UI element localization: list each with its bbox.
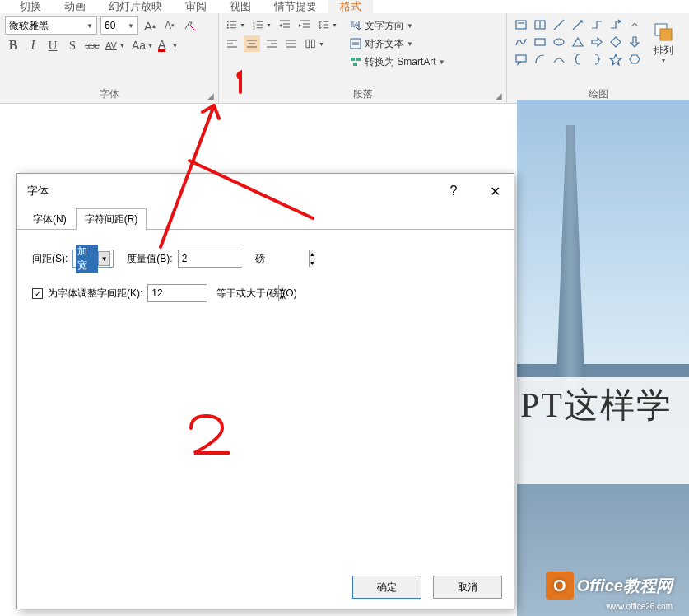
tab-view[interactable]: 视图	[218, 0, 263, 14]
shape-arrow-icon[interactable]	[569, 16, 587, 33]
shape-ellipse-icon[interactable]	[550, 34, 568, 50]
align-left-button[interactable]	[224, 35, 240, 52]
shape-curve-icon[interactable]	[550, 51, 568, 68]
dialog-tab-font[interactable]: 字体(N)	[24, 208, 76, 230]
logo-text: Office教程网	[577, 575, 673, 597]
chevron-down-icon: ▼	[98, 251, 110, 266]
kerning-tail-label: 等于或大于(磅)(O)	[216, 287, 296, 301]
italic-button[interactable]: I	[25, 37, 41, 54]
tab-format[interactable]: 格式	[328, 0, 373, 14]
chevron-down-icon: ▼	[119, 43, 125, 49]
font-color-button[interactable]: A▼	[156, 37, 179, 54]
shape-line-icon[interactable]	[550, 16, 568, 33]
underline-button[interactable]: U	[44, 37, 61, 54]
dialog-title: 字体	[27, 184, 49, 198]
text-shadow-button[interactable]: S	[64, 37, 81, 54]
svg-point-0	[227, 21, 229, 22]
kerning-label: 为字体调整字间距(K):	[48, 287, 142, 301]
shape-hexagon-icon[interactable]	[626, 51, 644, 68]
shape-freeform-icon[interactable]	[512, 34, 530, 50]
arrange-button[interactable]: 排列 ▼	[649, 16, 678, 68]
bold-button[interactable]: B	[5, 37, 21, 54]
decrease-font-button[interactable]: A▾	[161, 17, 178, 34]
metric-spinner[interactable]: ▲▼	[178, 250, 242, 268]
align-text-button[interactable]: 对齐文本▼	[346, 35, 449, 53]
shapes-scroll-up[interactable]	[626, 16, 644, 33]
tab-review[interactable]: 审阅	[174, 0, 218, 14]
kerning-spinner[interactable]: ▲▼	[147, 284, 207, 302]
font-size-select[interactable]: 60 ▼	[100, 16, 138, 35]
shape-star-icon[interactable]	[607, 51, 625, 68]
svg-rect-48	[535, 39, 545, 45]
ok-button[interactable]: 确定	[352, 576, 421, 599]
svg-rect-39	[351, 58, 355, 61]
svg-point-49	[554, 39, 564, 45]
ribbon: 微软雅黑 ▼ 60 ▼ A▴ A▾ B I U S abc AV▼ Aa▼ A▼	[0, 13, 689, 104]
shape-callout-icon[interactable]	[512, 51, 530, 68]
paragraph-dialog-launcher[interactable]: ◢	[493, 90, 505, 101]
shape-textbox-v-icon[interactable]	[531, 16, 549, 33]
spacing-select[interactable]: 加宽 ▼	[72, 250, 114, 268]
title-band: PT这样学 单击此处添	[517, 377, 689, 484]
spinner-down-icon[interactable]: ▼	[310, 259, 315, 268]
chevron-down-icon: ▼	[661, 58, 667, 63]
metric-label: 度量值(B):	[127, 252, 172, 266]
shape-rbrace-icon[interactable]	[588, 51, 606, 68]
shape-diamond-icon[interactable]	[607, 34, 625, 50]
clear-format-button[interactable]	[181, 17, 198, 34]
justify-button[interactable]	[283, 35, 300, 52]
building-graphic	[550, 125, 591, 389]
char-spacing-button[interactable]: AV▼	[104, 37, 127, 54]
shape-textbox-icon[interactable]	[512, 16, 530, 33]
numbering-button[interactable]: 123▼	[250, 16, 273, 33]
shape-arc-icon[interactable]	[531, 51, 549, 68]
dialog-titlebar: 字体 ? ✕	[17, 174, 514, 208]
chevron-down-icon: ▼	[128, 22, 134, 30]
paragraph-group: ▼ 123▼ ▼ ▼ llA 文字方向▼	[219, 13, 507, 103]
font-name-value: 微软雅黑	[9, 19, 49, 33]
close-button[interactable]: ✕	[482, 184, 507, 199]
cancel-button[interactable]: 取消	[433, 576, 502, 599]
help-button[interactable]: ?	[441, 184, 466, 199]
slide-title[interactable]: PT这样学	[520, 382, 673, 428]
paragraph-group-label: 段落	[224, 85, 501, 101]
spacing-label: 间距(S):	[32, 252, 68, 266]
spacing-value: 加宽	[76, 245, 98, 273]
increase-font-button[interactable]: A▴	[142, 17, 158, 34]
dialog-tab-spacing[interactable]: 字符间距(R)	[76, 208, 147, 230]
columns-button[interactable]: ▼	[303, 35, 326, 52]
svg-rect-41	[353, 63, 357, 66]
kerning-checkbox[interactable]: ✓	[32, 288, 43, 299]
shape-double-arrow-icon[interactable]	[607, 16, 625, 33]
shape-connector-icon[interactable]	[588, 16, 606, 33]
strikethrough-button[interactable]: abc	[84, 37, 100, 54]
align-center-button[interactable]	[244, 35, 260, 52]
svg-rect-36	[351, 39, 361, 49]
tab-slideshow[interactable]: 幻灯片放映	[97, 0, 174, 14]
shape-arrow-down-icon[interactable]	[626, 34, 644, 50]
spinner-up-icon[interactable]: ▲	[310, 250, 315, 259]
font-name-select[interactable]: 微软雅黑 ▼	[5, 16, 97, 35]
tab-animation[interactable]: 动画	[53, 0, 97, 14]
align-right-button[interactable]	[263, 35, 280, 52]
bullets-button[interactable]: ▼	[224, 16, 247, 33]
font-dialog-launcher[interactable]: ◢	[205, 90, 216, 101]
watermark-logo: O Office教程网 www.office26.com	[546, 572, 673, 600]
shapes-gallery[interactable]	[512, 16, 644, 68]
line-spacing-button[interactable]: ▼	[316, 16, 339, 33]
logo-badge: O	[546, 572, 574, 600]
shape-triangle-icon[interactable]	[569, 34, 587, 50]
convert-smartart-button[interactable]: 转换为 SmartArt▼	[346, 53, 449, 71]
change-case-button[interactable]: Aa▼	[130, 37, 153, 54]
text-direction-button[interactable]: llA 文字方向▼	[346, 16, 449, 35]
tab-transition[interactable]: 切换	[8, 0, 53, 14]
shape-lbrace-icon[interactable]	[569, 51, 587, 68]
decrease-indent-button[interactable]	[277, 16, 293, 33]
shape-rect-icon[interactable]	[531, 34, 549, 50]
increase-indent-button[interactable]	[296, 16, 313, 33]
shape-arrow-right-icon[interactable]	[588, 34, 606, 50]
svg-line-47	[573, 21, 582, 30]
font-size-value: 60	[105, 20, 115, 31]
tab-storyboard[interactable]: 情节提要	[263, 0, 328, 14]
metric-input[interactable]	[179, 250, 309, 267]
